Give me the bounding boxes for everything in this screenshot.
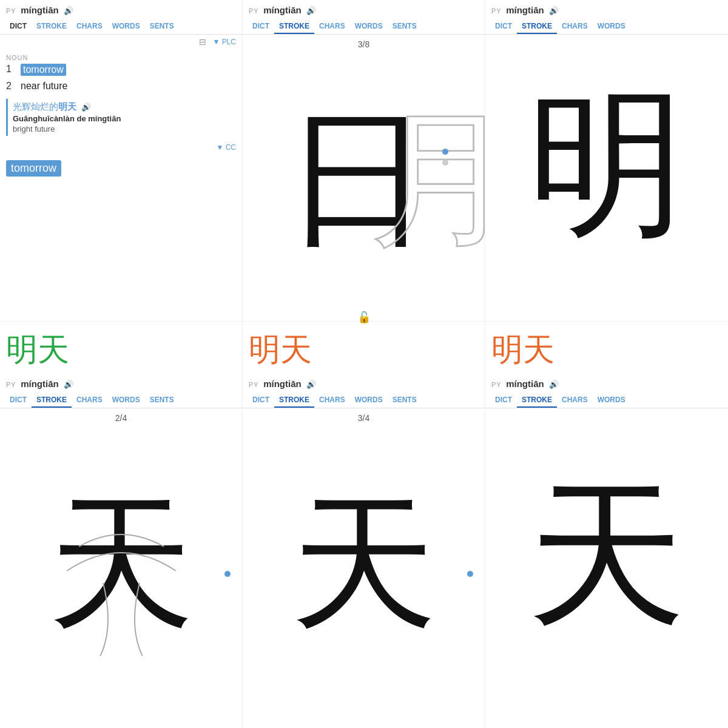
noun-label: NOUN: [0, 54, 242, 61]
tab-words-3[interactable]: WORDS: [593, 19, 630, 34]
stroke-canvas-1: 日 月: [243, 52, 485, 282]
tabs-2: DICT STROKE CHARS WORDS SENTS: [243, 16, 485, 35]
bottom-stroke-count-2: 3/4: [243, 408, 485, 425]
bottom-canvas-3: 天: [485, 408, 728, 706]
tian-outline-svg: [30, 474, 212, 656]
tomorrow-tag: tomorrow: [6, 160, 61, 177]
def-text-2: near future: [21, 81, 67, 92]
bottom-pinyin-3: míngtiān: [506, 379, 544, 389]
bottom-canvas-2: 天: [243, 425, 485, 704]
example-pinyin: Guānghuīcànlàn de míngtiān: [13, 114, 231, 123]
audio-icon-1[interactable]: 🔊: [64, 6, 73, 15]
bottom-panel-3: 明天 PY míngtiān 🔊 DICT STROKE CHARS WORDS…: [485, 322, 728, 728]
btab-dict-3[interactable]: DICT: [490, 393, 517, 408]
dict-panel: PY míngtiān 🔊 DICT STROKE CHARS WORDS SE…: [0, 0, 243, 321]
bottom-tabs-1: DICT STROKE CHARS WORDS SENTS: [0, 389, 242, 408]
btab-stroke-3[interactable]: STROKE: [517, 393, 557, 408]
stroke-svg-outline: 月: [364, 82, 486, 252]
tab-chars-2[interactable]: CHARS: [314, 19, 350, 34]
tab-stroke-3[interactable]: STROKE: [517, 19, 557, 34]
lock-icon: 🔓: [357, 311, 371, 324]
bottom-audio-1[interactable]: 🔊: [64, 380, 73, 389]
example-chinese: 光辉灿烂的明天 🔊: [13, 101, 231, 113]
pinyin-3: míngtiān: [506, 5, 544, 15]
stroke-panel-top-1: PY míngtiān 🔊 DICT STROKE CHARS WORDS SE…: [243, 0, 485, 321]
dot-active-1: [442, 149, 448, 155]
btab-stroke-1[interactable]: STROKE: [32, 393, 72, 408]
py-label-3: PY: [491, 7, 502, 15]
filter-bar: ⊟ ▼ PLC: [0, 35, 242, 49]
audio-icon-2[interactable]: 🔊: [306, 6, 316, 15]
def-num-1: 1: [6, 64, 16, 75]
pinyin-2: míngtiān: [263, 5, 302, 15]
bottom-py-2: PY: [249, 381, 259, 388]
char-title-2: 明天: [243, 322, 485, 374]
pinyin-1: míngtiān: [21, 5, 59, 15]
bottom-header-1: PY míngtiān 🔊: [0, 374, 242, 389]
stroke-count-1: 3/8: [243, 35, 485, 52]
example-block: 光辉灿烂的明天 🔊 Guānghuīcànlàn de míngtiān bri…: [6, 99, 236, 136]
tab-dict-1[interactable]: DICT: [5, 19, 32, 34]
btab-words-1[interactable]: WORDS: [107, 393, 145, 408]
tab-sents-1[interactable]: SENTS: [145, 19, 179, 34]
bottom-py-3: PY: [491, 381, 502, 388]
panel-header-3: PY míngtiān 🔊: [485, 0, 728, 16]
bottom-canvas-1: 天: [0, 425, 242, 704]
bottom-pinyin-1: míngtiān: [21, 379, 59, 389]
py-label-2: PY: [249, 7, 259, 15]
bottom-panel-1: 明天 PY míngtiān 🔊 DICT STROKE CHARS WORDS…: [0, 322, 243, 728]
char-title-1: 明天: [0, 322, 242, 374]
audio-icon-3[interactable]: 🔊: [549, 6, 559, 15]
tab-words-2[interactable]: WORDS: [350, 19, 388, 34]
bottom-header-2: PY míngtiān 🔊: [243, 374, 485, 389]
filter-icon: ⊟: [199, 37, 206, 47]
tab-chars-1[interactable]: CHARS: [72, 19, 107, 34]
btab-chars-3[interactable]: CHARS: [557, 393, 593, 408]
btab-sents-2[interactable]: SENTS: [388, 393, 422, 408]
bottom-tabs-2: DICT STROKE CHARS WORDS SENTS: [243, 389, 485, 408]
btab-chars-1[interactable]: CHARS: [72, 393, 107, 408]
tab-chars-3[interactable]: CHARS: [557, 19, 593, 34]
btab-chars-2[interactable]: CHARS: [314, 393, 350, 408]
tab-dict-3[interactable]: DICT: [490, 19, 517, 34]
definition-1: 1 tomorrow: [0, 61, 242, 78]
tian-complete: 天: [528, 451, 686, 663]
tab-words-1[interactable]: WORDS: [107, 19, 145, 34]
btab-sents-1[interactable]: SENTS: [145, 393, 179, 408]
bottom-tabs-3: DICT STROKE CHARS WORDS: [485, 389, 728, 408]
tian-3-4: 天: [291, 467, 437, 663]
py-label-1: PY: [6, 7, 16, 15]
tabs-3: DICT STROKE CHARS WORDS: [485, 16, 728, 35]
tab-stroke-1[interactable]: STROKE: [32, 19, 72, 34]
def-text-1: tomorrow: [21, 64, 66, 76]
bottom-py-1: PY: [6, 381, 16, 388]
bottom-pinyin-2: míngtiān: [263, 379, 302, 389]
stroke-canvas-2: 明: [485, 35, 728, 295]
btab-dict-2[interactable]: DICT: [248, 393, 274, 408]
btab-words-2[interactable]: WORDS: [350, 393, 388, 408]
tab-stroke-2[interactable]: STROKE: [274, 19, 314, 34]
tab-sents-2[interactable]: SENTS: [388, 19, 422, 34]
bottom-panel-2: 明天 PY míngtiān 🔊 DICT STROKE CHARS WORDS…: [243, 322, 485, 728]
dot-active-bottom-1: [224, 571, 231, 577]
definition-2: 2 near future: [0, 78, 242, 94]
cc-button[interactable]: ▼ CC: [216, 143, 236, 152]
bottom-stroke-count-1: 2/4: [0, 408, 242, 425]
char-title-3: 明天: [485, 322, 728, 374]
tab-dict-2[interactable]: DICT: [248, 19, 274, 34]
example-english: bright future: [13, 124, 231, 133]
panel-header-2: PY míngtiān 🔊: [243, 0, 485, 16]
btab-stroke-2[interactable]: STROKE: [274, 393, 314, 408]
bottom-audio-3[interactable]: 🔊: [549, 380, 559, 389]
bottom-header-3: PY míngtiān 🔊: [485, 374, 728, 389]
def-num-2: 2: [6, 81, 16, 92]
btab-words-3[interactable]: WORDS: [593, 393, 630, 408]
panel-header-1: PY míngtiān 🔊: [0, 0, 242, 16]
bottom-audio-2[interactable]: 🔊: [306, 380, 316, 389]
btab-dict-1[interactable]: DICT: [5, 393, 32, 408]
cc-bar: ▼ CC: [0, 141, 242, 154]
svg-text:月: 月: [369, 98, 485, 252]
audio-icon-example[interactable]: 🔊: [81, 103, 91, 112]
dot-active-bottom-2: [467, 571, 473, 577]
plc-button[interactable]: ▼ PLC: [212, 38, 236, 46]
